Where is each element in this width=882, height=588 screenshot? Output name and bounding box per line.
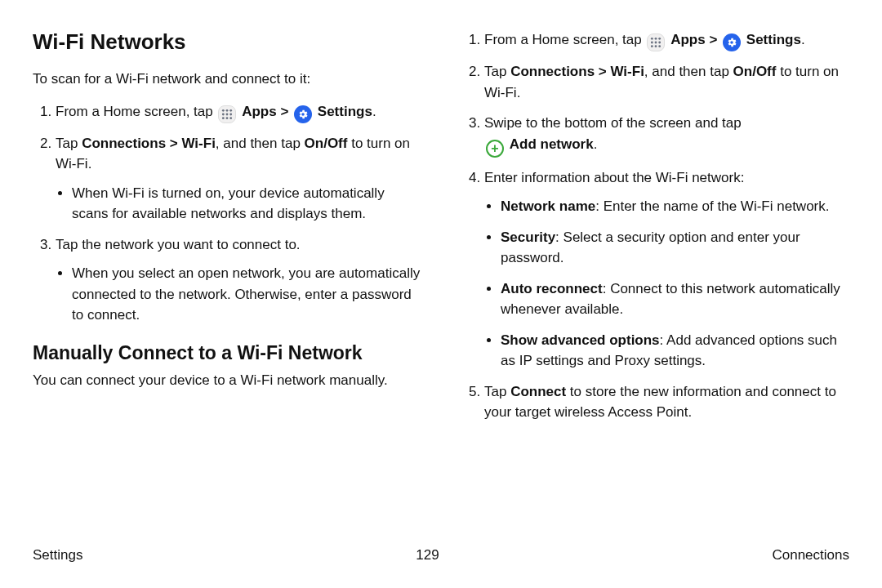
right-step-2: Tap Connections > Wi-Fi, and then tap On… [484,61,849,103]
footer-page-number: 129 [416,547,439,564]
period: . [594,136,598,152]
left-step-3-bullet: When you select an open network, you are… [72,263,421,326]
svg-point-8 [230,117,233,119]
text: , and then tap [644,64,733,79]
add-network-label: Add network [510,136,594,152]
bold: Connections > Wi-Fi [82,136,216,151]
settings-label: Settings [318,104,372,119]
svg-point-3 [222,113,225,115]
text: Swipe to the bottom of the screen and ta… [484,115,742,131]
settings-icon [723,33,741,51]
page-footer: Settings 129 Connections [33,534,849,564]
svg-point-16 [655,45,657,47]
text: Tap [484,384,510,399]
svg-point-9 [651,38,653,40]
svg-point-7 [226,117,229,119]
add-icon: + [486,140,504,158]
footer-right: Connections [772,547,849,564]
period: . [801,32,805,47]
svg-point-2 [230,109,233,112]
right-step-5: Tap Connect to store the new information… [484,381,849,423]
right-column: From a Home screen, tap Apps > Settings.… [461,29,849,534]
left-step-3: Tap the network you want to connect to. … [56,234,421,326]
intro-manual-connect: You can connect your device to a Wi-Fi n… [33,371,421,391]
right-step-1: From a Home screen, tap Apps > Settings. [484,29,849,51]
bold: Auto reconnect [501,281,603,296]
svg-point-1 [226,109,229,112]
svg-point-12 [651,42,653,44]
heading-manually-connect: Manually Connect to a Wi-Fi Network [33,342,421,364]
left-step-2: Tap Connections > Wi-Fi, and then tap On… [56,133,421,225]
bold: Network name [501,198,595,214]
svg-point-17 [659,45,662,47]
text: From a Home screen, tap [484,32,645,47]
settings-icon [294,105,312,123]
svg-point-4 [226,113,229,115]
bold: Security [501,229,555,245]
bold: Connections > Wi-Fi [510,64,644,79]
bold: Connect [510,384,566,399]
svg-point-11 [659,38,662,40]
period: . [372,104,376,119]
heading-wifi-networks: Wi-Fi Networks [33,29,421,55]
svg-point-5 [230,113,233,115]
settings-label: Settings [746,32,801,47]
svg-point-6 [222,117,225,119]
separator: > [709,32,721,47]
text: Tap [484,64,510,79]
text: : Enter the name of the Wi-Fi network. [595,198,829,214]
right-step-3: Swipe to the bottom of the screen and ta… [484,113,849,158]
footer-left: Settings [33,547,82,564]
text: Enter information about the Wi-Fi networ… [484,170,744,185]
apps-icon [218,105,236,123]
text: , and then tap [216,136,305,151]
left-column: Wi-Fi Networks To scan for a Wi-Fi netwo… [33,29,421,534]
svg-point-14 [659,42,662,44]
bullet-show-advanced: Show advanced options: Add advanced opti… [501,330,849,372]
svg-point-15 [651,45,653,47]
text: Tap [56,136,82,151]
apps-label: Apps [670,32,706,47]
apps-label: Apps [242,104,277,119]
bullet-security: Security: Select a security option and e… [501,227,849,269]
left-step-2-bullet: When Wi-Fi is turned on, your device aut… [72,183,421,225]
bullet-network-name: Network name: Enter the name of the Wi-F… [501,196,849,217]
text: Tap the network you want to connect to. [56,237,301,252]
apps-icon [647,33,665,51]
bullet-auto-reconnect: Auto reconnect: Connect to this network … [501,278,849,320]
text: From a Home screen, tap [56,104,216,119]
right-step-4: Enter information about the Wi-Fi networ… [484,167,849,372]
separator: > [280,104,292,119]
bold: On/Off [305,136,348,151]
bold: On/Off [733,64,777,79]
intro-scan-wifi: To scan for a Wi-Fi network and connect … [33,69,421,90]
bold: Show advanced options [501,332,660,348]
svg-point-10 [655,38,657,40]
svg-point-13 [655,42,657,44]
svg-point-0 [222,109,225,112]
left-step-1: From a Home screen, tap Apps > Settings. [56,101,421,123]
